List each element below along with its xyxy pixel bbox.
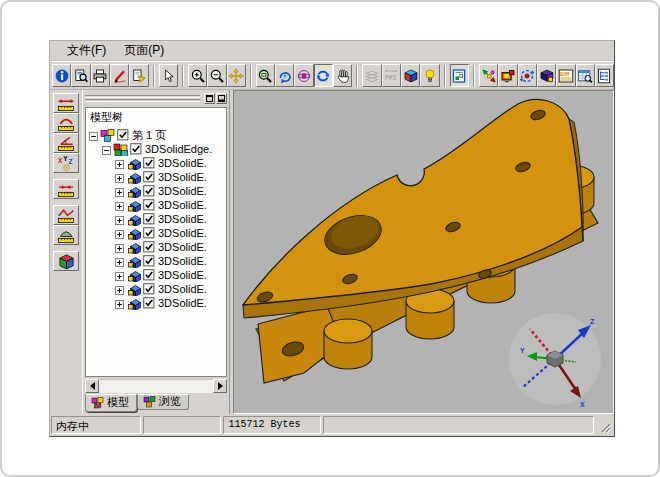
- measure-arc-button[interactable]: [53, 113, 79, 133]
- tree-horizontal-scrollbar[interactable]: [85, 379, 227, 393]
- refresh-button[interactable]: [314, 64, 333, 87]
- export-page-button[interactable]: [129, 64, 148, 87]
- annotate-pen-button[interactable]: [110, 64, 129, 87]
- hide-panel-button[interactable]: [216, 93, 227, 104]
- tree-item-checkbox[interactable]: [143, 185, 155, 197]
- checkbox-icon: [143, 227, 155, 239]
- table-search-icon: [577, 68, 593, 84]
- tree-item-checkbox[interactable]: [143, 227, 155, 239]
- expand-toggle[interactable]: [115, 285, 124, 294]
- expand-toggle[interactable]: [115, 173, 124, 182]
- menu-page[interactable]: 页面(P): [115, 40, 173, 61]
- main-toolbar: PMIBOM: [50, 61, 614, 90]
- orbit-point-button[interactable]: [294, 64, 313, 87]
- menu-file[interactable]: 文件(F): [58, 40, 115, 61]
- expand-toggle[interactable]: [115, 299, 124, 308]
- table-search-button[interactable]: [576, 64, 595, 87]
- tree-item-checkbox[interactable]: [143, 213, 155, 225]
- tree-item-part-6[interactable]: 3DSolidE.: [86, 226, 226, 240]
- tree-item-label: 3DSolidE.: [158, 255, 207, 267]
- annotate-pen-icon: [112, 68, 128, 84]
- expand-toggle[interactable]: [115, 159, 124, 168]
- tree-item-part-4[interactable]: 3DSolidE.: [86, 198, 226, 212]
- float-panel-button[interactable]: [204, 93, 215, 104]
- measure-area-button[interactable]: [53, 225, 79, 245]
- rotate-view-button[interactable]: [275, 64, 294, 87]
- measure-distance-button[interactable]: [53, 93, 79, 113]
- printer-button[interactable]: [91, 64, 110, 87]
- measure-gap-button[interactable]: [53, 179, 79, 199]
- measure-xyz-icon: XYZ: [57, 155, 76, 172]
- measure-volume-button[interactable]: [53, 251, 79, 271]
- tree-item-checkbox[interactable]: [143, 241, 155, 253]
- scrollbar-track[interactable]: [99, 379, 213, 393]
- tree-item-part-1[interactable]: 3DSolidE.: [86, 156, 226, 170]
- expand-toggle[interactable]: [115, 271, 124, 280]
- spin-circle-button[interactable]: [518, 64, 537, 87]
- tree-item-checkbox[interactable]: [117, 129, 129, 141]
- measure-curve-button[interactable]: [53, 205, 79, 225]
- pan-arrows-icon: [228, 68, 244, 84]
- viewport-canvas: Z X Y: [234, 91, 612, 413]
- viewport-3d[interactable]: Z X Y: [233, 90, 614, 414]
- expand-toggle[interactable]: [115, 257, 124, 266]
- tree-item-label: 3DSolidE.: [158, 269, 207, 281]
- tab-browse[interactable]: 浏览: [137, 394, 189, 410]
- tree-view-button[interactable]: [595, 64, 614, 87]
- scroll-right-button[interactable]: [213, 379, 227, 393]
- tree-item-checkbox[interactable]: [143, 297, 155, 309]
- app-window: 文件(F)页面(P) PMIBOM XYZ: [49, 40, 615, 437]
- tree-item-checkbox[interactable]: [143, 255, 155, 267]
- expand-toggle[interactable]: [115, 229, 124, 238]
- tab-model[interactable]: M模型: [85, 394, 137, 412]
- explode-assembly-button[interactable]: [479, 64, 498, 87]
- tree-item-checkbox[interactable]: [130, 143, 142, 155]
- nav-sphere[interactable]: Z X Y: [509, 313, 601, 408]
- measure-distance-icon: [57, 95, 76, 112]
- select-cursor-button[interactable]: [159, 64, 178, 87]
- expand-toggle[interactable]: [115, 201, 124, 210]
- tree-item-assembly[interactable]: 3DSolidEdge.: [86, 142, 226, 156]
- color-cube-button[interactable]: [401, 64, 420, 87]
- pan-arrows-button[interactable]: [227, 64, 246, 87]
- collapse-toggle[interactable]: [102, 145, 111, 154]
- scroll-left-button[interactable]: [85, 379, 99, 393]
- part-icon: [126, 255, 141, 268]
- page-frame-button[interactable]: [450, 64, 469, 87]
- expand-toggle[interactable]: [115, 215, 124, 224]
- tree-item-checkbox[interactable]: [143, 269, 155, 281]
- zoom-out-button[interactable]: [207, 64, 226, 87]
- tree-item-part-7[interactable]: 3DSolidE.: [86, 240, 226, 254]
- tree-item-page-1[interactable]: 第 1 页: [86, 128, 226, 142]
- light-bulb-button[interactable]: [420, 64, 439, 87]
- panel-gripper[interactable]: [85, 94, 200, 103]
- tree-item-part-10[interactable]: 3DSolidE.: [86, 282, 226, 296]
- expand-toggle[interactable]: [115, 187, 124, 196]
- zoom-in-button[interactable]: [188, 64, 207, 87]
- tree-item-checkbox[interactable]: [143, 171, 155, 183]
- tree-item-part-11[interactable]: 3DSolidE.: [86, 296, 226, 310]
- tree-item-checkbox[interactable]: [143, 157, 155, 169]
- tree-item-checkbox[interactable]: [143, 199, 155, 211]
- info-button[interactable]: [52, 64, 71, 87]
- tree-item-part-3[interactable]: 3DSolidE.: [86, 184, 226, 198]
- tree-item-part-8[interactable]: 3DSolidE.: [86, 254, 226, 268]
- dark-cube-button[interactable]: [537, 64, 556, 87]
- tree-item-part-2[interactable]: 3DSolidE.: [86, 170, 226, 184]
- left-arrow-icon: [86, 382, 95, 390]
- tree-item-checkbox[interactable]: [143, 283, 155, 295]
- resize-grip[interactable]: [598, 420, 612, 434]
- tree-item-part-5[interactable]: 3DSolidE.: [86, 212, 226, 226]
- measure-toolbar: XYZ: [50, 90, 82, 414]
- collapse-toggle[interactable]: [89, 131, 98, 140]
- tree-item-part-9[interactable]: 3DSolidE.: [86, 268, 226, 282]
- zoom-window-button[interactable]: [256, 64, 275, 87]
- tree-item-label: 3DSolidE.: [158, 297, 207, 309]
- render-board-button[interactable]: [498, 64, 517, 87]
- measure-xyz-button[interactable]: XYZ: [53, 153, 79, 173]
- print-preview-button[interactable]: [71, 64, 90, 87]
- measure-angle-button[interactable]: [53, 133, 79, 153]
- bom-button[interactable]: BOM: [556, 64, 575, 87]
- hand-pan-button[interactable]: [333, 64, 352, 87]
- expand-toggle[interactable]: [115, 243, 124, 252]
